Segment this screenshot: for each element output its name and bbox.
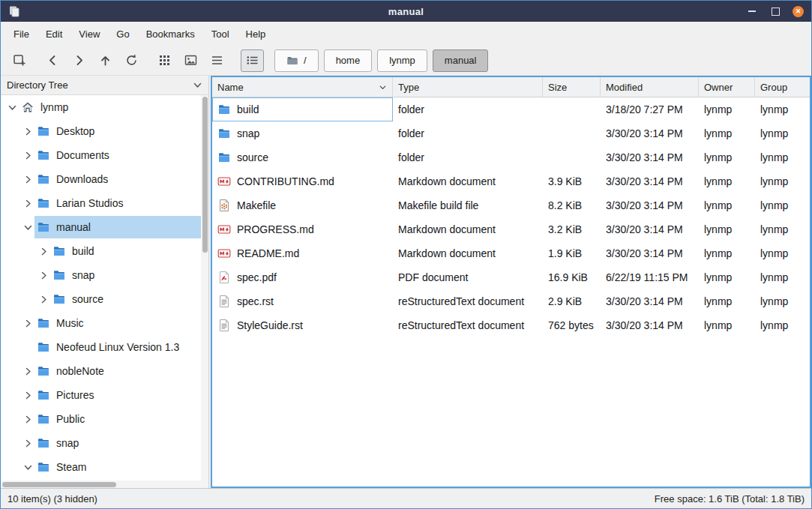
up-button[interactable] <box>94 49 117 72</box>
close-button[interactable] <box>793 6 804 17</box>
tree-item-public[interactable]: Public <box>1 407 201 431</box>
tree-item-larian-studios[interactable]: Larian Studios <box>1 191 201 215</box>
tree-item-pictures[interactable]: Pictures <box>1 383 201 407</box>
expander-right-icon[interactable] <box>21 367 34 376</box>
file-row-progress-md[interactable]: PROGRESS.mdMarkdown document3.2 KiB3/30/… <box>212 217 810 241</box>
expander-right-icon[interactable] <box>21 127 34 136</box>
sidebar-vertical-scrollbar[interactable] <box>201 95 208 481</box>
tree-item-snap[interactable]: snap <box>1 263 201 287</box>
back-button[interactable] <box>41 49 64 72</box>
tree-item-noblenote[interactable]: nobleNote <box>1 359 201 383</box>
file-size: 762 bytes <box>543 319 601 331</box>
file-type: folder <box>393 151 543 163</box>
path-segment-root[interactable]: / <box>274 49 319 72</box>
menu-bookmarks[interactable]: Bookmarks <box>138 25 203 43</box>
file-row-spec-rst[interactable]: spec.rstreStructuredText document2.9 KiB… <box>212 289 810 313</box>
sidebar-header[interactable]: Directory Tree <box>1 76 208 95</box>
sidebar-horizontal-scrollbar[interactable] <box>1 481 208 488</box>
tree-item-neofeud-linux-version-1-3[interactable]: Neofeud Linux Version 1.3 <box>1 335 201 359</box>
thumbnail-view-button[interactable] <box>179 49 202 72</box>
expander-right-icon[interactable] <box>37 247 50 256</box>
statusbar: 10 item(s) (3 hidden) Free space: 1.6 Ti… <box>1 488 811 508</box>
file-row-contributing-md[interactable]: CONTRIBUTING.mdMarkdown document3.9 KiB3… <box>212 169 810 193</box>
column-header-modified[interactable]: Modified <box>601 77 699 97</box>
refresh-button[interactable] <box>120 49 143 72</box>
tree-item-lynmp[interactable]: lynmp <box>1 95 201 119</box>
status-free-space: Free space: 1.6 TiB (Total: 1.8 TiB) <box>655 493 805 505</box>
expander-right-icon[interactable] <box>21 175 34 184</box>
tree-item-content: manual <box>34 216 201 238</box>
tree-item-source[interactable]: source <box>1 287 201 311</box>
tree-item-snap[interactable]: snap <box>1 431 201 455</box>
expander-right-icon[interactable] <box>21 319 34 328</box>
chevron-down-icon[interactable] <box>193 80 202 90</box>
tree-item-build[interactable]: build <box>1 239 201 263</box>
tree-item-content: Neofeud Linux Version 1.3 <box>34 336 201 358</box>
tree-item-music[interactable]: Music <box>1 311 201 335</box>
tree-item-label: lynmp <box>40 101 68 113</box>
file-row-makefile[interactable]: MakefileMakefile build file8.2 KiB3/30/2… <box>212 193 810 217</box>
file-name-cell: spec.pdf <box>212 265 393 289</box>
file-row-styleguide-rst[interactable]: StyleGuide.rstreStructuredText document7… <box>212 313 810 337</box>
expander-right-icon[interactable] <box>37 295 50 304</box>
tree-item-label: manual <box>56 221 91 233</box>
file-group: lynmp <box>755 151 810 163</box>
file-row-spec-pdf[interactable]: spec.pdfPDF document16.9 KiB6/22/19 11:1… <box>212 265 810 289</box>
column-header-owner[interactable]: Owner <box>699 77 755 97</box>
tree-item-downloads[interactable]: Downloads <box>1 167 201 191</box>
detailed-list-view-button[interactable] <box>241 49 264 72</box>
menu-edit[interactable]: Edit <box>37 25 70 43</box>
maximize-button[interactable] <box>769 5 781 17</box>
tree-item-documents[interactable]: Documents <box>1 143 201 167</box>
path-root-label: / <box>304 55 307 66</box>
forward-icon <box>72 53 86 67</box>
path-segment-lynmp[interactable]: lynmp <box>377 49 427 72</box>
expander-right-icon[interactable] <box>21 415 34 424</box>
tree-item-content: Steam <box>34 456 201 478</box>
compact-view-button[interactable] <box>205 49 229 72</box>
expander-down-icon[interactable] <box>21 463 34 472</box>
expander-right-icon[interactable] <box>21 439 34 448</box>
path-segment-home[interactable]: home <box>324 49 373 72</box>
menu-help[interactable]: Help <box>238 25 274 43</box>
column-header-size[interactable]: Size <box>543 77 601 97</box>
folder-icon <box>37 340 50 354</box>
refresh-icon <box>124 53 139 67</box>
expander-down-icon[interactable] <box>21 223 34 232</box>
folder-icon <box>217 103 231 116</box>
tree-item-steam[interactable]: Steam <box>1 455 201 479</box>
file-row-readme-md[interactable]: README.mdMarkdown document1.9 KiB3/30/20… <box>212 241 810 265</box>
markdown-icon <box>217 247 231 260</box>
expander-right-icon[interactable] <box>21 151 34 160</box>
vertical-scrollbar-thumb[interactable] <box>202 97 208 253</box>
menu-go[interactable]: Go <box>108 25 137 43</box>
file-group: lynmp <box>755 199 810 211</box>
file-row-snap[interactable]: snapfolder3/30/20 3:14 PMlynmplynmp <box>212 121 810 145</box>
column-header-group[interactable]: Group <box>755 77 810 97</box>
menu-view[interactable]: View <box>70 25 108 43</box>
minimize-button[interactable] <box>746 5 758 17</box>
file-type: Markdown document <box>393 247 543 259</box>
new-tab-button[interactable] <box>8 49 31 72</box>
tree-item-manual[interactable]: manual <box>1 215 201 239</box>
menu-tool[interactable]: Tool <box>203 25 238 43</box>
tree-item-desktop[interactable]: Desktop <box>1 119 201 143</box>
file-modified: 3/30/20 3:14 PM <box>601 223 699 235</box>
horizontal-scrollbar-thumb[interactable] <box>2 482 116 487</box>
expander-right-icon[interactable] <box>37 271 50 280</box>
detailed-list-view-icon <box>245 53 259 67</box>
file-row-source[interactable]: sourcefolder3/30/20 3:14 PMlynmplynmp <box>212 145 810 169</box>
column-header-type[interactable]: Type <box>393 77 543 97</box>
icon-view-button[interactable] <box>153 49 176 72</box>
sidebar: Directory Tree lynmpDesktopDocumentsDown… <box>1 76 209 488</box>
tree-item-label: Music <box>56 317 84 329</box>
column-header-name[interactable]: Name <box>212 77 393 97</box>
path-segment-manual[interactable]: manual <box>433 49 489 72</box>
forward-button[interactable] <box>67 49 91 72</box>
titlebar[interactable]: manual <box>1 1 811 22</box>
expander-right-icon[interactable] <box>21 199 34 208</box>
expander-down-icon[interactable] <box>5 103 19 112</box>
expander-right-icon[interactable] <box>21 391 34 400</box>
menu-file[interactable]: File <box>5 25 37 43</box>
file-row-build[interactable]: buildfolder3/18/20 7:27 PMlynmplynmp <box>212 97 810 121</box>
